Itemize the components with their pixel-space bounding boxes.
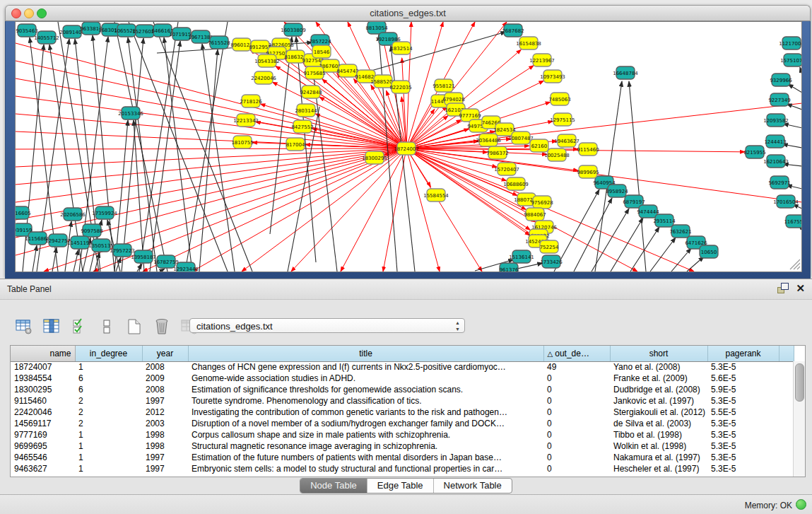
cell[interactable]: 2012 — [142, 407, 188, 418]
cell[interactable]: 5.3E-5 — [707, 440, 779, 452]
cell[interactable]: 1 — [75, 463, 142, 474]
cell[interactable]: Investigating the contribution of common… — [188, 407, 543, 418]
cell[interactable]: 0 — [543, 418, 610, 429]
table-row[interactable]: 977716911998Corpus callosum shape and si… — [11, 429, 794, 440]
cell[interactable]: 9463627 — [11, 463, 75, 474]
cell[interactable]: 9699695 — [11, 440, 75, 452]
cell[interactable]: Dudbridge et al. (2008) — [610, 384, 707, 395]
cell[interactable]: Estimation of significance thresholds fo… — [188, 384, 543, 395]
cell[interactable]: 0 — [543, 407, 610, 418]
tab-edge-table[interactable]: Edge Table — [367, 479, 434, 493]
cell[interactable]: 5.3E-5 — [707, 463, 779, 474]
cell[interactable]: Tourette syndrome. Phenomenology and cla… — [188, 395, 543, 407]
cell[interactable]: 1 — [75, 361, 142, 373]
cell[interactable]: Franke et al. (2009) — [610, 373, 707, 384]
cell[interactable]: Estimation of the future numbers of pati… — [188, 452, 543, 463]
window-titlebar[interactable]: citations_edges.txt — [5, 5, 811, 21]
cell[interactable]: 14569117 — [11, 418, 75, 429]
cell[interactable]: 2 — [75, 407, 142, 418]
cell[interactable]: Genome-wide association studies in ADHD. — [188, 373, 543, 384]
column-header-out_de[interactable]: △out_de… — [543, 346, 610, 361]
cell[interactable]: Stergiakouli et al. (2012) — [610, 407, 707, 418]
table-row[interactable]: 1456911722003Disruption of a novel membe… — [11, 418, 794, 429]
cell[interactable]: 1 — [75, 440, 142, 452]
cell[interactable]: 19384554 — [11, 373, 75, 384]
table-options-icon[interactable] — [14, 317, 34, 336]
table-row[interactable]: 911546021997Tourette syndrome. Phenomeno… — [11, 395, 794, 407]
delete-column-icon[interactable] — [152, 317, 172, 336]
cell[interactable]: 9777169 — [11, 429, 75, 440]
cell[interactable]: 2 — [75, 418, 142, 429]
cell[interactable]: 1998 — [142, 429, 188, 440]
cell[interactable]: 5.6E-5 — [707, 373, 779, 384]
float-panel-icon[interactable] — [777, 283, 789, 293]
cell[interactable]: 0 — [543, 463, 610, 474]
cell[interactable]: 49 — [543, 361, 610, 373]
cell[interactable]: 0 — [543, 440, 610, 452]
cell[interactable]: 2 — [75, 395, 142, 407]
cell[interactable]: 2003 — [142, 418, 188, 429]
cell[interactable]: 5.3E-5 — [707, 418, 779, 429]
column-header-year[interactable]: year — [142, 346, 188, 361]
column-header-in_degree[interactable]: in_degree — [75, 346, 142, 361]
select-all-icon[interactable] — [69, 317, 89, 336]
cell[interactable]: Tibbo et al. (1998) — [610, 429, 707, 440]
cell[interactable]: 0 — [543, 384, 610, 395]
cell[interactable]: 1998 — [142, 440, 188, 452]
column-header-title[interactable]: title — [188, 346, 543, 361]
table-row[interactable]: 1872400712008Changes of HCN gene express… — [11, 361, 794, 373]
table-row[interactable]: 946554611997Estimation of the future num… — [11, 452, 794, 463]
cell[interactable]: 2009 — [142, 373, 188, 384]
tab-network-table[interactable]: Network Table — [434, 479, 512, 493]
unselect-all-icon[interactable] — [97, 317, 117, 336]
table-row[interactable]: 1938455462009Genome-wide association stu… — [11, 373, 794, 384]
cell[interactable]: 5.3E-5 — [707, 429, 779, 440]
cell[interactable]: Disruption of a novel member of a sodium… — [188, 418, 543, 429]
column-header-pagerank[interactable]: pagerank — [707, 346, 779, 361]
close-panel-icon[interactable]: ✕ — [796, 283, 805, 293]
cell[interactable]: 1 — [75, 429, 142, 440]
cell[interactable]: 9465546 — [11, 452, 75, 463]
cell[interactable]: Nakamura et al. (1997) — [610, 452, 707, 463]
tab-node-table[interactable]: Node Table — [300, 479, 367, 493]
table-row[interactable]: 1830029562008Estimation of significance … — [11, 384, 794, 395]
cell[interactable]: 9115460 — [11, 395, 75, 407]
cell[interactable]: 18724007 — [11, 361, 75, 373]
column-header-name[interactable]: name — [11, 346, 75, 361]
cell[interactable]: Structural magnetic resonance image aver… — [188, 440, 543, 452]
cell[interactable]: Yano et al. (2008) — [610, 361, 707, 373]
cell[interactable]: 1 — [75, 452, 142, 463]
cell[interactable]: Hescheler et al. (1997) — [610, 463, 707, 474]
cell[interactable]: 6 — [75, 384, 142, 395]
cell[interactable]: 0 — [543, 373, 610, 384]
column-header-short[interactable]: short — [610, 346, 707, 361]
table-row[interactable]: 969969511998Structural magnetic resonanc… — [11, 440, 794, 452]
cell[interactable]: 5.9E-5 — [707, 384, 779, 395]
cell[interactable]: 1997 — [142, 395, 188, 407]
table-scrollbar[interactable] — [793, 361, 805, 477]
cell[interactable]: Wolkin et al. (1998) — [610, 440, 707, 452]
cell[interactable]: 22420046 — [11, 407, 75, 418]
table-select-dropdown[interactable]: citations_edges.txt ▲▼ — [189, 318, 465, 333]
cell[interactable]: 5.5E-5 — [707, 407, 779, 418]
cell[interactable]: 1997 — [142, 463, 188, 474]
cell[interactable]: 2008 — [142, 361, 188, 373]
new-table-icon[interactable] — [124, 317, 144, 336]
cell[interactable]: 1997 — [142, 452, 188, 463]
cell[interactable]: 5.3E-5 — [707, 395, 779, 407]
cell[interactable]: 2008 — [142, 384, 188, 395]
table-row[interactable]: 2242004622012Investigating the contribut… — [11, 407, 794, 418]
scrollbar-thumb[interactable] — [795, 363, 804, 402]
cell[interactable]: 18300295 — [11, 384, 75, 395]
cell[interactable]: 5.3E-5 — [707, 452, 779, 463]
cell[interactable]: 6 — [75, 373, 142, 384]
show-column-icon[interactable] — [42, 317, 61, 336]
cell[interactable]: 0 — [543, 395, 610, 407]
cell[interactable]: de Silva et al. (2003) — [610, 418, 707, 429]
cell[interactable]: 0 — [543, 429, 610, 440]
cell[interactable]: Corpus callosum shape and size in male p… — [188, 429, 543, 440]
table-row[interactable]: 946362711997Embryonic stem cells: a mode… — [11, 463, 794, 474]
cell[interactable]: 0 — [543, 452, 610, 463]
cell[interactable]: 5.3E-5 — [707, 361, 779, 373]
network-canvas[interactable]: 1872400790354631405571220891406963381316… — [15, 21, 802, 272]
